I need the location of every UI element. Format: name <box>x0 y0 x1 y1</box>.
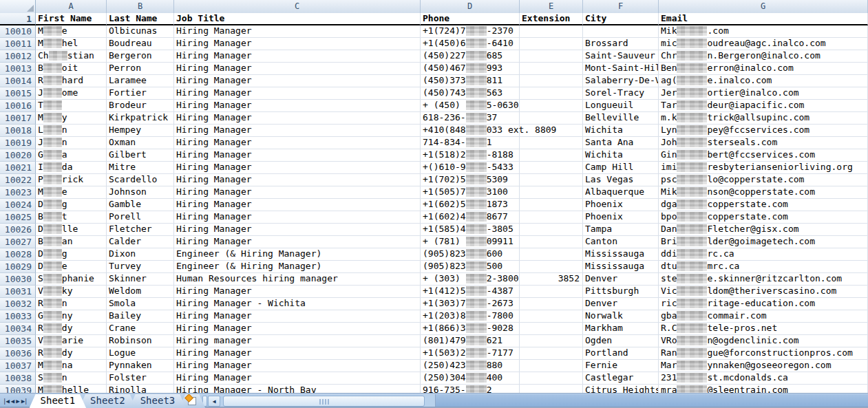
cell-title[interactable]: Hiring Manager <box>174 199 421 211</box>
cell-phone[interactable]: (905)823600 <box>421 248 520 261</box>
cell-first[interactable]: Sn <box>36 372 107 385</box>
tab-sheet1[interactable]: Sheet1 <box>30 394 87 408</box>
cell-phone[interactable]: +1(602)48677 <box>421 211 520 224</box>
cell-last[interactable]: Hempey <box>107 125 174 137</box>
cell-city[interactable]: Phoenix <box>583 199 659 211</box>
cell-title[interactable]: Hiring Manager <box>174 310 421 323</box>
cell-phone[interactable]: +1(724)7-2370 <box>421 25 520 38</box>
row-header[interactable]: 10023 <box>0 186 36 199</box>
cell-last[interactable]: Porell <box>107 211 174 224</box>
cell-city[interactable]: Longueuil <box>583 100 659 112</box>
cell-phone[interactable]: (250)423880 <box>421 360 520 372</box>
row-header[interactable]: 10019 <box>0 137 36 149</box>
cell-first[interactable]: Ln <box>36 125 107 137</box>
cell-phone[interactable]: + (450) 5-0630 <box>421 100 520 112</box>
cell-last[interactable]: Brodeur <box>107 100 174 112</box>
row-header[interactable]: 10029 <box>0 261 36 273</box>
cell-last[interactable]: Johnson <box>107 186 174 199</box>
cell-title[interactable]: Hiring Manager <box>174 347 421 360</box>
cell-ext[interactable] <box>520 335 583 347</box>
cell-phone[interactable]: +()610-9-5433 <box>421 162 520 174</box>
cell-city[interactable]: Portland <box>583 347 659 360</box>
cell-email[interactable]: bpocopperstate.com <box>659 211 868 224</box>
cell-last[interactable]: Skinner <box>107 273 174 286</box>
cell-ext[interactable] <box>520 347 583 360</box>
cell-title[interactable]: Hiring Manager <box>174 323 421 335</box>
cell-title[interactable]: Engineer (& Hiring Manager) <box>174 261 421 273</box>
cell-city[interactable]: Belleville <box>583 112 659 125</box>
cell-title[interactable]: Hiring Manager <box>174 75 421 87</box>
cell-first[interactable]: Mna <box>36 360 107 372</box>
cell-city[interactable]: Castlegar <box>583 372 659 385</box>
cell-email[interactable]: Tardeur@iapacific.com <box>659 100 868 112</box>
cell-ext[interactable] <box>520 248 583 261</box>
row-header[interactable]: 10013 <box>0 63 36 75</box>
cell-first[interactable]: T <box>36 100 107 112</box>
cell-first[interactable]: Mhelle <box>36 385 107 393</box>
cell-ext[interactable] <box>520 75 583 87</box>
cell-city[interactable]: Sorel-Tracy <box>583 87 659 100</box>
row-header[interactable]: 10037 <box>0 360 36 372</box>
row-header[interactable]: 10012 <box>0 50 36 63</box>
cell-city[interactable]: Fernie <box>583 360 659 372</box>
tab-sheet3[interactable]: Sheet3 <box>129 394 187 408</box>
cell-city[interactable]: Wichita <box>583 149 659 162</box>
cell-phone[interactable]: +1(866)3-9028 <box>421 323 520 335</box>
cell-city[interactable] <box>583 25 659 38</box>
cell-city[interactable]: Las Vegas <box>583 174 659 186</box>
cell-first[interactable]: Jome <box>36 87 107 100</box>
cell-first[interactable]: First Name <box>36 13 107 25</box>
cell-ext[interactable] <box>520 323 583 335</box>
cell-ext[interactable] <box>520 211 583 224</box>
cell-last[interactable]: Logue <box>107 347 174 360</box>
row-header[interactable]: 10030 <box>0 273 36 286</box>
cell-ext[interactable] <box>520 224 583 236</box>
cell-email[interactable]: R.Ctele-pros.net <box>659 323 868 335</box>
cell-title[interactable]: Hiring Manager <box>174 211 421 224</box>
cell-email[interactable]: gbacommair.com <box>659 310 868 323</box>
cell-phone[interactable]: +1(702)55309 <box>421 174 520 186</box>
cell-title[interactable]: Hiring Manager - Wichita <box>174 298 421 310</box>
cell-email[interactable]: Rangue@forconstructionpros.com <box>659 347 868 360</box>
cell-title[interactable]: Hiring Manager <box>174 372 421 385</box>
cell-phone[interactable]: 618-236-37 <box>421 112 520 125</box>
cell-last[interactable]: Fortier <box>107 87 174 100</box>
cell-city[interactable]: City <box>583 13 659 25</box>
cell-phone[interactable]: +1(203)8-7800 <box>421 310 520 323</box>
cell-title[interactable]: Hiring Manager <box>174 137 421 149</box>
cell-last[interactable]: Kirkpatrick <box>107 112 174 125</box>
next-sheet-button[interactable]: ▶ <box>16 395 19 407</box>
cell-first[interactable]: Dlle <box>36 224 107 236</box>
cell-email[interactable]: Ginbert@fccservices.com <box>659 149 868 162</box>
cell-last[interactable]: Smola <box>107 298 174 310</box>
cell-phone[interactable]: +1(450)6-6410 <box>421 38 520 50</box>
cell-ext[interactable] <box>520 286 583 298</box>
cell-title[interactable]: Hiring Manager <box>174 162 421 174</box>
cell-city[interactable]: Citrus Heights <box>583 385 659 393</box>
cell-email[interactable]: VRon@ogdenclinic.com <box>659 335 868 347</box>
cell-last[interactable]: Rinolla <box>107 385 174 393</box>
cell-title[interactable]: Hiring Manager <box>174 186 421 199</box>
cell-ext[interactable] <box>520 261 583 273</box>
horizontal-scrollbar-track[interactable] <box>220 396 435 407</box>
cell-ext[interactable] <box>520 63 583 75</box>
cell-title[interactable]: Hiring Manager <box>174 149 421 162</box>
column-header-f[interactable]: F <box>583 0 659 13</box>
cell-first[interactable]: Rhard <box>36 75 107 87</box>
cell-city[interactable]: Albaquerque <box>583 186 659 199</box>
cell-title[interactable]: Hiring Manager <box>174 286 421 298</box>
cell-title[interactable]: Hiring Manager <box>174 63 421 75</box>
cell-last[interactable]: Folster <box>107 372 174 385</box>
cell-ext[interactable] <box>520 186 583 199</box>
cell-first[interactable]: Chstian <box>36 50 107 63</box>
cell-phone[interactable]: Phone <box>421 13 520 25</box>
cell-email[interactable]: Benerron@inalco.com <box>659 63 868 75</box>
cell-last[interactable]: Dixon <box>107 248 174 261</box>
cell-title[interactable]: Engineer (& Hiring Manager) <box>174 248 421 261</box>
row-header[interactable]: 10028 <box>0 248 36 261</box>
row-header[interactable]: 1 <box>0 13 36 25</box>
cell-phone[interactable]: +1(505)73100 <box>421 186 520 199</box>
cell-phone[interactable]: (450)467993 <box>421 63 520 75</box>
cell-email[interactable]: Marynnaken@goseeoregon.com <box>659 360 868 372</box>
row-header[interactable]: 10011 <box>0 38 36 50</box>
